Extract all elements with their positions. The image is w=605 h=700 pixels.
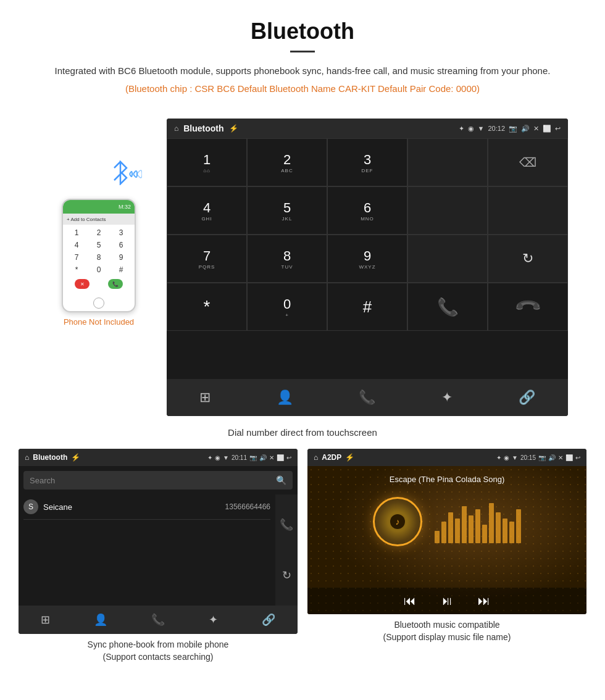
phone-key-0[interactable]: 0 (91, 264, 106, 275)
dial-key-refresh[interactable]: ↻ (488, 235, 568, 283)
dial-key-1[interactable]: 1⌂⌂ (167, 138, 247, 186)
volume-icon[interactable]: 🔊 (521, 125, 530, 133)
dial-key-8[interactable]: 8TUV (247, 235, 327, 283)
pb-bottom-bt-icon[interactable]: ✦ (209, 613, 218, 627)
music-home-icon[interactable]: ⌂ (314, 453, 318, 462)
window-icon[interactable]: ⬜ (543, 125, 551, 133)
phone-home-button[interactable] (93, 298, 104, 309)
dial-key-9[interactable]: 9WXYZ (327, 235, 407, 283)
dial-key-7[interactable]: 7PQRS (167, 235, 247, 283)
pb-bottom-contact-icon[interactable]: 👤 (94, 613, 107, 627)
pb-bottom-phone-icon[interactable]: 📞 (151, 613, 165, 627)
phone-key-2[interactable]: 2 (91, 227, 106, 238)
dial-status-bar: ⌂ Bluetooth ⚡ ✦ ◉ ▼ 20:12 📷 🔊 ✕ ⬜ ↩ (167, 119, 568, 138)
phone-call[interactable]: 📞 (108, 279, 123, 289)
phone-key-6[interactable]: 6 (114, 240, 128, 251)
dial-key-2[interactable]: 2ABC (247, 138, 327, 186)
dial-key-star[interactable]: * (167, 283, 247, 331)
music-screen: ⌂ A2DP ⚡ ✦ ◉ ▼ 20:15 📷 🔊 ✕ ⬜ ↩ (307, 449, 586, 614)
phone-key-star[interactable]: * (69, 264, 84, 275)
bluetooth-signal-icon (111, 160, 130, 188)
pb-bottom-link-icon[interactable]: 🔗 (262, 613, 275, 627)
bluetooth-specs: (Bluetooth chip : CSR BC6 Default Blueto… (37, 83, 568, 94)
music-play-pause-icon[interactable]: ⏯ (441, 594, 453, 608)
pb-search-bar[interactable]: Search 🔍 (23, 471, 293, 490)
dial-key-4[interactable]: 4GHI (167, 186, 247, 235)
eq-bar-2 (441, 522, 446, 543)
pb-vol-icon[interactable]: 🔊 (259, 454, 267, 461)
dial-bottom-contact-icon[interactable]: 👤 (277, 390, 293, 406)
music-win-icon[interactable]: ⬜ (565, 454, 573, 461)
dial-key-3[interactable]: 3DEF (327, 138, 407, 186)
pb-home-icon[interactable]: ⌂ (25, 453, 29, 462)
phone-key-1[interactable]: 1 (69, 227, 84, 238)
eq-bar-8 (482, 525, 487, 543)
dial-key-r8 (407, 235, 488, 283)
eq-bar-13 (516, 509, 521, 543)
pb-sidebar: 📞 ↻ (275, 494, 298, 606)
music-cam-icon[interactable]: 📷 (538, 454, 546, 461)
phone-key-hash[interactable]: # (114, 264, 128, 275)
phone-key-4[interactable]: 4 (69, 240, 84, 251)
dial-bottom-phone-icon[interactable]: 📞 (359, 390, 375, 406)
pb-bottom-grid-icon[interactable]: ⊞ (41, 613, 50, 627)
pb-search-icon[interactable]: 🔍 (276, 475, 286, 485)
music-usb-icon: ⚡ (345, 453, 354, 462)
dial-status-right: ✦ ◉ ▼ 20:12 📷 🔊 ✕ ⬜ ↩ (459, 125, 561, 133)
dial-key-6[interactable]: 6MNO (327, 186, 407, 235)
pb-back-icon[interactable]: ↩ (286, 454, 291, 461)
pb-bottom-bar: ⊞ 👤 📞 ✦ 🔗 (19, 606, 298, 634)
phone-key-8[interactable]: 8 (91, 252, 106, 263)
pb-close-icon[interactable]: ✕ (269, 454, 274, 461)
phone-key-7[interactable]: 7 (69, 252, 84, 263)
pb-sidebar-phone-icon[interactable]: 📞 (280, 518, 293, 531)
dial-bottom-link-icon[interactable]: 🔗 (519, 390, 535, 406)
music-caption-line1: Bluetooth music compatible (394, 620, 499, 630)
dial-key-hash[interactable]: # (327, 283, 407, 331)
close-icon[interactable]: ✕ (533, 125, 539, 133)
eq-bar-3 (448, 512, 453, 543)
home-icon[interactable]: ⌂ (174, 124, 178, 133)
eq-bar-7 (475, 509, 480, 543)
bottom-screenshots: ⌂ Bluetooth ⚡ ✦ ◉ ▼ 20:11 📷 🔊 ✕ ⬜ ↩ (0, 449, 605, 668)
back-icon[interactable]: ↩ (555, 125, 561, 133)
camera-icon[interactable]: 📷 (509, 125, 517, 133)
phone-mockup: M:32 + Add to Contacts 1 2 3 4 5 6 7 8 (62, 199, 136, 312)
music-next-icon[interactable]: ⏭ (478, 594, 490, 608)
phone-dial-row-3: 7 8 9 (65, 252, 132, 263)
phone-end-call[interactable]: ✕ (75, 279, 90, 289)
pb-cam-icon[interactable]: 📷 (249, 454, 257, 461)
pb-win-icon[interactable]: ⬜ (277, 454, 284, 461)
dial-key-backspace[interactable]: ⌫ (488, 138, 568, 186)
signal-icon: ▼ (478, 125, 485, 132)
bt-status-icon: ✦ (459, 125, 464, 133)
music-prev-icon[interactable]: ⏮ (404, 594, 416, 608)
dial-bottom-grid-icon[interactable]: ⊞ (199, 390, 211, 406)
pb-contact-row[interactable]: S Seicane 13566664466 (23, 494, 270, 520)
pb-search-placeholder: Search (30, 476, 55, 485)
phone-key-9[interactable]: 9 (114, 252, 128, 263)
dial-screen: ⌂ Bluetooth ⚡ ✦ ◉ ▼ 20:12 📷 🔊 ✕ ⬜ ↩ 1⌂⌂ (167, 119, 568, 416)
music-caption: Bluetooth music compatible (Support disp… (307, 614, 586, 648)
music-close-icon[interactable]: ✕ (558, 454, 563, 461)
music-status-bar: ⌂ A2DP ⚡ ✦ ◉ ▼ 20:15 📷 🔊 ✕ ⬜ ↩ (307, 449, 586, 466)
dial-key-0[interactable]: 0+ (247, 283, 327, 331)
phone-key-5[interactable]: 5 (91, 240, 106, 251)
dial-key-call[interactable]: 📞 (407, 283, 488, 331)
phone-dial-row-4: * 0 # (65, 264, 132, 275)
music-vol-icon[interactable]: 🔊 (548, 454, 556, 461)
dial-time: 20:12 (488, 125, 505, 132)
eq-bar-4 (455, 519, 460, 543)
dial-key-5[interactable]: 5JKL (247, 186, 327, 235)
pb-status-left: ⌂ Bluetooth ⚡ (25, 453, 80, 462)
dial-key-end[interactable]: 📞 (488, 283, 568, 331)
music-back-icon[interactable]: ↩ (575, 454, 580, 461)
eq-bar-11 (503, 519, 507, 543)
dial-key-r4 (407, 186, 488, 235)
phone-not-included-label: Phone Not Included (64, 317, 134, 327)
music-caption-line2: (Support display music file name) (383, 632, 511, 642)
pb-contact-avatar: S (23, 499, 38, 514)
dial-bottom-bt-icon[interactable]: ✦ (441, 390, 453, 406)
phone-key-3[interactable]: 3 (114, 227, 128, 238)
pb-sidebar-refresh-icon[interactable]: ↻ (282, 569, 291, 582)
